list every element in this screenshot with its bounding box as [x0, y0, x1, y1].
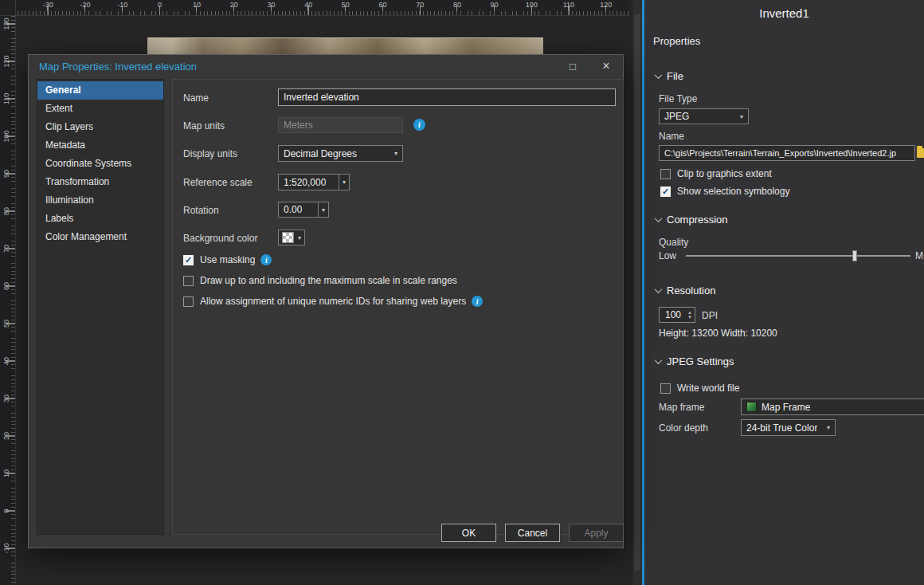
- sidebar-item-transformation[interactable]: Transformation: [37, 173, 163, 191]
- apply-button[interactable]: Apply: [569, 524, 624, 542]
- rotation-value: 0.00: [284, 204, 302, 215]
- ruler-minor-ticks: [11, 16, 15, 585]
- sidebar-item-metadata[interactable]: Metadata: [37, 136, 163, 155]
- check-icon: ✓: [185, 256, 192, 265]
- section-jpeg-settings-header[interactable]: JPEG Settings: [656, 355, 734, 367]
- ruler-label: 0: [141, 1, 178, 10]
- chevron-down-icon: ▾: [736, 113, 743, 120]
- write-world-file-row: ✓ Write world file: [660, 383, 739, 394]
- background-color-picker[interactable]: ▾: [278, 230, 305, 245]
- draw-up-to-max-scale-row: ✓ Draw up to and including the maximum s…: [183, 274, 483, 287]
- horizontal-ruler-labels: -30-20-100102030405060708090100110120: [16, 1, 624, 10]
- show-selection-symbology-row: ✓ Show selection symbology: [660, 186, 789, 197]
- reference-scale-combo[interactable]: 1:520,000 ▾: [278, 174, 350, 190]
- ruler-label: 110: [2, 92, 11, 105]
- properties-label: Properties: [653, 35, 700, 47]
- draw-up-to-max-scale-checkbox[interactable]: ✓: [183, 276, 194, 286]
- vertical-scrollbar[interactable]: [632, 0, 642, 585]
- section-resolution-header[interactable]: Resolution: [656, 285, 715, 296]
- browse-folder-icon[interactable]: [917, 148, 924, 158]
- export-pane: Inverted1 Properties File File Type JPEG…: [644, 0, 924, 585]
- checkbox-label: Write world file: [677, 383, 739, 394]
- info-icon[interactable]: i: [260, 254, 272, 265]
- sidebar-item-coordinate-systems[interactable]: Coordinate Systems: [37, 155, 163, 173]
- unique-numeric-ids-checkbox[interactable]: ✓: [183, 296, 194, 307]
- chevron-down-icon: ▾: [823, 424, 830, 431]
- check-icon: ✓: [662, 187, 669, 196]
- background-color-label: Background color: [183, 233, 257, 244]
- section-compression-header[interactable]: Compression: [656, 214, 728, 226]
- ruler-corner: [0, 0, 16, 16]
- ruler-label: 20: [215, 1, 253, 10]
- section-file-header[interactable]: File: [656, 70, 683, 82]
- ruler-label: 90: [2, 167, 11, 180]
- map-name-input[interactable]: [278, 88, 616, 106]
- ruler-label: 110: [550, 1, 588, 10]
- dialog-titlebar[interactable]: Map Properties: Inverted elevation □ ×: [29, 55, 623, 77]
- chevron-down-icon: ▾: [339, 175, 349, 190]
- ruler-label: -10: [104, 1, 141, 10]
- quality-min-label: Low: [659, 250, 676, 261]
- sidebar-item-color-management[interactable]: Color Management: [37, 228, 163, 246]
- map-frame-dropdown[interactable]: Map Frame: [741, 399, 924, 415]
- close-icon[interactable]: ×: [589, 55, 623, 77]
- sidebar-item-clip-layers[interactable]: Clip Layers: [37, 118, 163, 136]
- dialog-buttons: OK Cancel Apply: [441, 524, 624, 542]
- app-window: -30-20-100102030405060708090100110120 13…: [0, 0, 924, 585]
- dpi-label: DPI: [702, 310, 718, 321]
- color-depth-dropdown[interactable]: 24-bit True Color ▾: [741, 419, 836, 436]
- ruler-label: 100: [513, 1, 550, 10]
- checkbox-label: Draw up to and including the maximum sca…: [200, 275, 457, 286]
- quality-label: Quality: [659, 237, 688, 248]
- map-frame-label: Map frame: [659, 402, 704, 413]
- scrollbar-thumb[interactable]: [634, 14, 640, 571]
- ruler-label: 40: [2, 355, 11, 367]
- dpi-value: 100: [665, 309, 681, 320]
- checkbox-label: Clip to graphics extent: [677, 168, 772, 179]
- maximize-icon[interactable]: □: [556, 55, 589, 77]
- checkbox-label: Use masking: [200, 254, 255, 265]
- spinner-arrows-icon[interactable]: ▲▼: [687, 310, 695, 320]
- display-units-label: Display units: [183, 148, 237, 159]
- sidebar-item-labels[interactable]: Labels: [37, 210, 163, 228]
- ruler-label: 120: [587, 1, 624, 10]
- rotation-combo[interactable]: 0.00 ▾: [278, 202, 329, 218]
- map-units-info-icon[interactable]: i: [413, 119, 425, 131]
- dpi-spinner[interactable]: 100 ▲▼: [659, 307, 695, 323]
- clip-to-graphics-checkbox[interactable]: ✓: [660, 169, 671, 179]
- sidebar-item-general[interactable]: General: [37, 81, 163, 100]
- dialog-title: Map Properties: Inverted elevation: [29, 61, 197, 73]
- write-world-file-checkbox[interactable]: ✓: [660, 383, 671, 394]
- sidebar-item-extent[interactable]: Extent: [37, 100, 163, 118]
- clip-to-graphics-row: ✓ Clip to graphics extent: [660, 168, 772, 179]
- file-type-dropdown[interactable]: JPEG ▾: [659, 108, 749, 124]
- cancel-button[interactable]: Cancel: [505, 524, 560, 542]
- pane-title: Inverted1: [644, 6, 924, 20]
- quality-max-label: M: [915, 250, 923, 261]
- use-masking-checkbox[interactable]: ✓: [183, 255, 194, 265]
- slider-track: [686, 255, 910, 257]
- window-buttons: □ ×: [556, 55, 623, 77]
- reference-scale-value: 1:520,000: [284, 177, 326, 188]
- ok-button[interactable]: OK: [441, 524, 496, 542]
- dialog-content: Name Map units i Display units Decimal D…: [172, 79, 624, 535]
- show-selection-symbology-checkbox[interactable]: ✓: [660, 186, 671, 197]
- ruler-label: 70: [2, 242, 11, 255]
- unique-numeric-ids-row: ✓ Allow assignment of unique numeric IDs…: [183, 295, 483, 308]
- map-frame-value: Map Frame: [762, 402, 810, 413]
- file-path-input[interactable]: [659, 145, 915, 161]
- ruler-label: 60: [2, 280, 11, 292]
- info-icon[interactable]: i: [472, 296, 483, 307]
- ruler-minor-ticks: [16, 11, 629, 15]
- quality-slider-handle[interactable]: [852, 250, 857, 261]
- sidebar-item-illumination[interactable]: Illumination: [37, 191, 163, 210]
- horizontal-ruler: -30-20-100102030405060708090100110120: [16, 0, 629, 16]
- section-label: Resolution: [667, 285, 715, 296]
- ruler-label: -30: [29, 1, 67, 10]
- quality-slider[interactable]: [686, 249, 910, 262]
- ruler-label: 30: [253, 1, 290, 10]
- display-units-dropdown[interactable]: Decimal Degrees ▾: [278, 145, 403, 162]
- chevron-down-icon: [655, 285, 663, 293]
- section-label: JPEG Settings: [667, 355, 734, 367]
- use-masking-row: ✓ Use masking i: [183, 253, 483, 266]
